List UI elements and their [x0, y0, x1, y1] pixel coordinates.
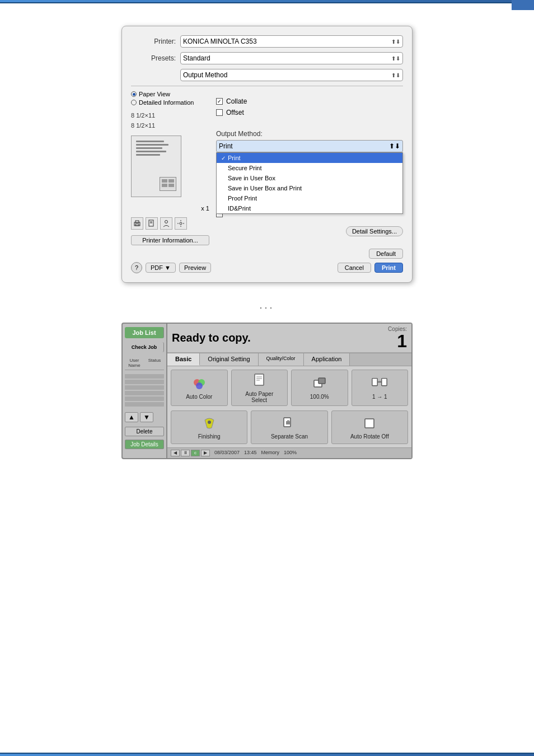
color-cell[interactable]: Auto Color — [171, 370, 228, 406]
job-details-button[interactable]: Job Details — [125, 440, 164, 449]
separate-scan-cell-label: Separate Scan — [271, 433, 308, 440]
svg-rect-24 — [287, 420, 289, 421]
svg-rect-2 — [135, 224, 139, 226]
duplex-icon: → — [371, 375, 388, 392]
option-secure-print-label: Secure Print — [228, 165, 262, 171]
option-proof-print-label: Proof Print — [228, 195, 257, 202]
tab-quality[interactable]: Quality/Color — [259, 353, 304, 366]
copier-tabs: Basic Original Setting Quality/Color App… — [167, 353, 411, 366]
option-proof-print[interactable]: ✓ Proof Print — [217, 193, 402, 203]
play-btn-4[interactable]: ▶ — [201, 450, 210, 456]
paper-cell-icon — [251, 372, 268, 389]
copier-title: Ready to copy. — [172, 332, 388, 344]
status-row-1 — [125, 374, 164, 379]
check-job-button[interactable]: Check Job — [125, 342, 164, 352]
print-button[interactable]: Print — [374, 263, 403, 273]
playback-controls: ◀ ⏸ c ▶ — [171, 450, 210, 456]
tab-basic[interactable]: Basic — [167, 353, 200, 366]
tab-original-setting[interactable]: Original Setting — [200, 353, 258, 366]
printer-label: Printer: — [131, 38, 176, 45]
paper-view-radio[interactable]: Paper View — [131, 91, 209, 97]
status-row-3 — [125, 385, 164, 390]
separate-scan-cell[interactable]: Separate Scan — [251, 410, 327, 444]
copies-value: 1 — [388, 332, 407, 350]
preview-button[interactable]: Preview — [179, 263, 211, 273]
duplex-cell-icon: → — [371, 376, 388, 391]
option-save-user-box[interactable]: ✓ Save in User Box — [217, 173, 402, 183]
option-save-user-box-print[interactable]: ✓ Save in User Box and Print — [217, 183, 402, 193]
printer-value: KONICA MINOLTA C353 — [183, 38, 257, 45]
paper-cell[interactable]: Auto Paper Select — [231, 370, 288, 406]
finishing-cell[interactable]: Finishing — [171, 410, 247, 444]
collate-checkbox[interactable] — [216, 98, 223, 105]
duplex-cell[interactable]: → 1 → 1 — [352, 370, 409, 406]
sidebar-status-rows — [125, 374, 164, 407]
cancel-button[interactable]: Cancel — [338, 263, 371, 273]
presets-value: Standard — [183, 54, 210, 62]
paper-size-2: 8 1/2×11 — [131, 122, 209, 129]
offset-label: Offset — [226, 109, 244, 116]
bottom-accent-bar — [0, 753, 534, 756]
copier-main-grid: Auto Color — [171, 370, 408, 406]
option-save-user-box-label: Save in User Box — [228, 175, 275, 181]
play-btn-3[interactable]: c — [191, 450, 200, 456]
print-dialog: Printer: KONICA MINOLTA C353 ⬆⬇ Presets:… — [121, 26, 413, 283]
detail-settings-button[interactable]: Detail Settings... — [346, 226, 403, 236]
pdf-button[interactable]: PDF ▼ — [146, 263, 176, 273]
option-secure-print[interactable]: ✓ Secure Print — [217, 163, 402, 173]
presets-label: Presets: — [131, 54, 176, 62]
output-method-dropdown-select[interactable]: Print ⬆⬇ — [216, 140, 403, 152]
finishing-icon — [201, 415, 218, 432]
svg-rect-17 — [372, 379, 377, 386]
dialog-body: Paper View Detailed Information 8 1/2×11… — [131, 91, 403, 245]
option-id-print[interactable]: ✓ ID&Print — [217, 203, 402, 213]
offset-checkbox[interactable] — [216, 109, 223, 116]
presets-arrow-icon: ⬆⬇ — [391, 55, 400, 62]
status-row-4 — [125, 391, 164, 395]
auto-rotate-cell[interactable]: Auto Rotate Off — [331, 410, 408, 444]
printer-icon-btn[interactable] — [131, 217, 143, 230]
page-icon-btn[interactable] — [146, 217, 158, 230]
help-button[interactable]: ? — [131, 262, 142, 273]
collate-checkbox-item[interactable]: Collate — [216, 97, 403, 105]
sidebar-header: UserName Status — [125, 358, 164, 370]
tab-application[interactable]: Application — [304, 353, 350, 366]
delete-button[interactable]: Delete — [125, 427, 164, 436]
detailed-info-radio[interactable]: Detailed Information — [131, 99, 209, 106]
auto-rotate-cell-label: Auto Rotate Off — [350, 433, 389, 440]
zoom-icon — [311, 375, 328, 392]
svg-rect-25 — [365, 419, 374, 428]
svg-point-21 — [208, 421, 211, 424]
presets-select[interactable]: Standard ⬆⬇ — [180, 52, 403, 64]
person-icon-btn[interactable] — [160, 217, 172, 230]
status-row-5 — [125, 396, 164, 401]
status-row-6 — [125, 402, 164, 407]
right-panel: Collate Offset Output Method: Print — [216, 91, 403, 245]
printer-info-button[interactable]: Printer Information... — [131, 235, 209, 245]
left-panel: Paper View Detailed Information 8 1/2×11… — [131, 91, 209, 245]
status-row-2 — [125, 380, 164, 384]
copier-bottom-row: Finishing Separate Scan — [171, 410, 408, 444]
sidebar-down-button[interactable]: ▼ — [140, 412, 153, 422]
play-btn-1[interactable]: ◀ — [171, 450, 180, 456]
svg-point-10 — [196, 382, 203, 389]
output-method-select[interactable]: Output Method ⬆⬇ — [180, 69, 403, 81]
auto-rotate-cell-icon — [362, 416, 377, 431]
offset-checkbox-item[interactable]: Offset — [216, 109, 403, 116]
svg-point-7 — [180, 222, 182, 225]
right-actions: Cancel Print — [338, 263, 403, 273]
default-button[interactable]: Default — [369, 249, 403, 259]
printer-icon — [133, 220, 141, 227]
zoom-cell[interactable]: 100.0% — [291, 370, 348, 406]
gear-icon-btn[interactable] — [175, 217, 187, 230]
option-print[interactable]: ✓ Print — [217, 153, 402, 163]
left-actions: ? PDF ▼ Preview — [131, 262, 211, 273]
print-dialog-wrapper: Printer: KONICA MINOLTA C353 ⬆⬇ Presets:… — [22, 26, 512, 283]
play-btn-2[interactable]: ⏸ — [181, 450, 190, 456]
output-method-row: Output Method ⬆⬇ — [131, 69, 403, 81]
job-list-button[interactable]: Job List — [125, 327, 164, 338]
view-radio-group: Paper View Detailed Information — [131, 91, 209, 106]
sidebar-up-button[interactable]: ▲ — [125, 412, 138, 422]
svg-rect-19 — [382, 379, 387, 386]
printer-select[interactable]: KONICA MINOLTA C353 ⬆⬇ — [180, 35, 403, 48]
